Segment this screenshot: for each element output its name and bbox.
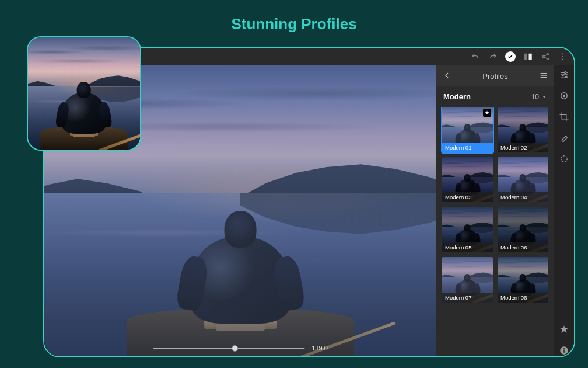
compare-icon[interactable] (523, 51, 533, 62)
profiles-header: Profiles (436, 65, 554, 86)
svg-rect-13 (562, 136, 568, 142)
svg-rect-0 (524, 54, 527, 60)
favorite-icon[interactable] (558, 324, 570, 335)
slider-knob[interactable] (232, 345, 238, 352)
right-panel: Profiles Modern 10 ★Modern 01Modern 02Mo… (436, 65, 574, 356)
radial-icon[interactable] (558, 153, 570, 165)
profile-tile-modern-06[interactable]: Modern 06 (498, 207, 548, 252)
profile-label: Modern 02 (498, 143, 548, 152)
svg-point-9 (562, 74, 564, 76)
profile-tile-modern-02[interactable]: Modern 02 (498, 107, 548, 152)
more-icon[interactable] (558, 51, 568, 62)
info-icon[interactable] (558, 345, 570, 356)
profile-tile-modern-04[interactable]: Modern 04 (498, 157, 548, 203)
panel-title: Profiles (457, 72, 533, 81)
back-icon[interactable] (442, 71, 452, 82)
svg-rect-16 (564, 350, 565, 353)
heal-icon[interactable] (558, 132, 570, 144)
confirm-icon[interactable] (505, 51, 516, 62)
share-icon[interactable] (540, 51, 551, 62)
slider-value: 139.0 (312, 345, 328, 352)
svg-point-3 (547, 54, 549, 55)
profile-label: Modern 06 (498, 242, 548, 252)
svg-point-5 (562, 53, 564, 54)
redo-icon[interactable] (488, 51, 498, 62)
profile-label: Modern 03 (442, 192, 493, 202)
tool-rail (554, 65, 574, 356)
profile-label: Modern 04 (498, 192, 548, 202)
svg-point-2 (542, 56, 544, 58)
chevron-down-icon (541, 94, 547, 100)
svg-point-14 (561, 156, 568, 162)
profile-label: Modern 07 (442, 293, 493, 303)
amount-slider[interactable]: 139.0 (153, 345, 328, 352)
svg-point-12 (564, 95, 565, 97)
undo-icon[interactable] (470, 51, 481, 62)
crop-icon[interactable] (558, 111, 570, 123)
profiles-category-row[interactable]: Modern 10 (436, 86, 554, 107)
category-count: 10 (531, 93, 539, 101)
svg-point-7 (562, 59, 564, 60)
svg-point-4 (547, 58, 549, 60)
profile-tile-modern-03[interactable]: Modern 03 (442, 157, 493, 203)
svg-point-17 (564, 348, 565, 349)
category-name: Modern (443, 92, 471, 101)
target-icon[interactable] (558, 90, 570, 102)
profile-tile-modern-01[interactable]: ★Modern 01 (442, 107, 493, 152)
adjust-icon[interactable] (558, 69, 570, 81)
profile-tile-modern-08[interactable]: Modern 08 (498, 257, 548, 303)
svg-point-6 (562, 56, 564, 57)
original-image-thumbnail (27, 36, 141, 151)
profile-label: Modern 05 (442, 242, 493, 252)
profile-label: Modern 01 (442, 143, 493, 152)
profiles-grid: ★Modern 01Modern 02Modern 03Modern 04Mod… (436, 107, 554, 356)
star-icon[interactable]: ★ (483, 109, 491, 117)
panel-menu-icon[interactable] (539, 71, 548, 82)
profile-label: Modern 08 (498, 293, 548, 303)
svg-rect-1 (529, 54, 532, 60)
profile-tile-modern-07[interactable]: Modern 07 (442, 257, 493, 303)
profile-tile-modern-05[interactable]: Modern 05 (442, 207, 493, 252)
svg-point-8 (565, 72, 566, 74)
svg-point-10 (565, 76, 567, 78)
headline: Stunning Profiles (0, 15, 588, 33)
